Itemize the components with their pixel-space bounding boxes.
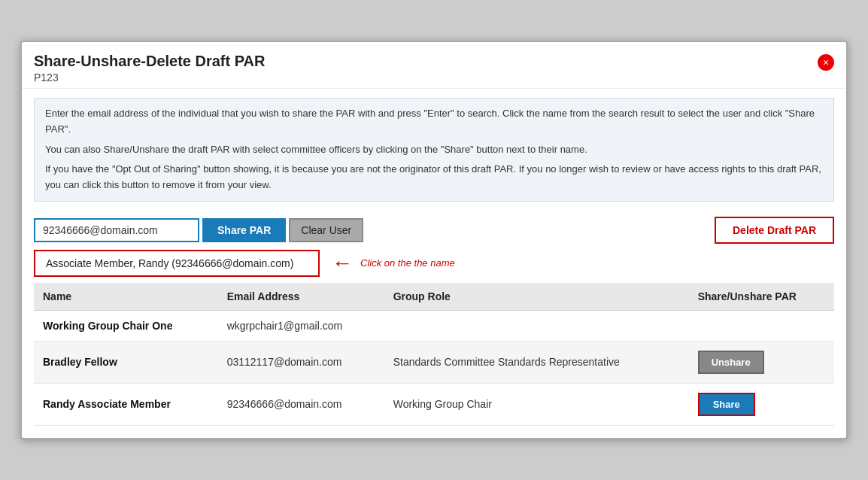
share-par-button[interactable]: Share PAR — [202, 218, 286, 242]
table-container: Name Email Address Group Role Share/Unsh… — [34, 283, 834, 426]
modal-header: Share-Unshare-Delete Draft PAR P123 × — [22, 42, 846, 89]
col-name: Name — [34, 283, 218, 311]
cell-action: Unshare — [689, 341, 834, 383]
cell-email: 92346666@domain.com — [218, 383, 384, 425]
col-role: Group Role — [384, 283, 689, 311]
cell-action — [689, 310, 834, 341]
table-row: Randy Associate Member92346666@domain.co… — [34, 383, 834, 425]
cell-role: Standards Committee Standards Representa… — [384, 341, 689, 383]
cell-name: Randy Associate Member — [34, 383, 218, 425]
clear-user-button[interactable]: Clear User — [289, 218, 363, 242]
delete-draft-par-button[interactable]: Delete Draft PAR — [715, 217, 834, 244]
users-table: Name Email Address Group Role Share/Unsh… — [34, 283, 834, 426]
table-row: Bradley Fellow03112117@domain.comStandar… — [34, 341, 834, 383]
search-result-item[interactable]: Associate Member, Randy (92346666@domain… — [34, 250, 320, 277]
modal-title: Share-Unshare-Delete Draft PAR — [34, 53, 266, 70]
col-action: Share/Unshare PAR — [689, 283, 834, 311]
col-email: Email Address — [218, 283, 384, 311]
action-row: Share PAR Clear User Delete Draft PAR — [22, 211, 846, 250]
arrow-label-container: ← Click on the the name — [332, 253, 455, 274]
red-arrow-icon: ← — [332, 253, 353, 274]
modal-container: Share-Unshare-Delete Draft PAR P123 × En… — [20, 41, 848, 439]
cell-name: Working Group Chair One — [34, 310, 218, 341]
table-header-row: Name Email Address Group Role Share/Unsh… — [34, 283, 834, 311]
info-line-2: You can also Share/Unshare the draft PAR… — [45, 142, 823, 158]
search-result-row: Associate Member, Randy (92346666@domain… — [34, 250, 834, 277]
cell-action: Share — [689, 383, 834, 425]
click-hint-label: Click on the the name — [360, 257, 455, 269]
cell-email: wkgrpchair1@gmail.com — [218, 310, 384, 341]
cell-email: 03112117@domain.com — [218, 341, 384, 383]
cell-role: Working Group Chair — [384, 383, 689, 425]
email-input[interactable] — [34, 218, 199, 242]
cell-role — [384, 310, 689, 341]
table-row: Working Group Chair Onewkgrpchair1@gmail… — [34, 310, 834, 341]
share-button[interactable]: Share — [698, 393, 755, 416]
close-button[interactable]: × — [818, 54, 834, 71]
cell-name: Bradley Fellow — [34, 341, 218, 383]
unshare-button[interactable]: Unshare — [698, 351, 764, 374]
info-box: Enter the email address of the individua… — [34, 98, 834, 202]
info-line-1: Enter the email address of the individua… — [45, 106, 823, 138]
info-line-3: If you have the "Opt Out of Sharing" but… — [45, 162, 823, 193]
modal-subtitle: P123 — [34, 71, 266, 84]
